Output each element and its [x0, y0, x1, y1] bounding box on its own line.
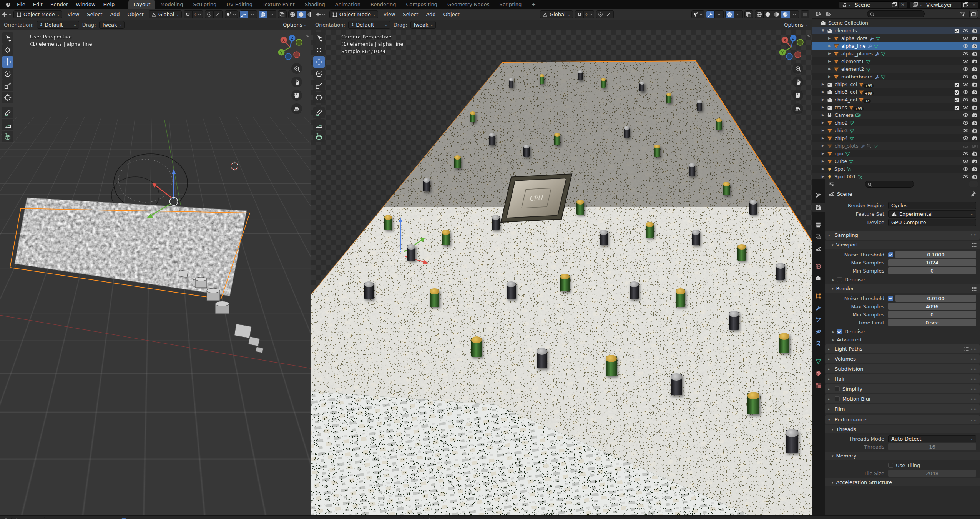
- rotate-tool[interactable]: [313, 68, 325, 80]
- panel-simplify[interactable]: ▸Simplify∷∷: [825, 384, 980, 393]
- noise-threshold-checkbox[interactable]: [888, 296, 893, 301]
- properties-tab-texture[interactable]: [812, 381, 825, 390]
- outliner-row-chio2[interactable]: ▶chio2: [812, 119, 980, 126]
- menu-object[interactable]: Object: [125, 12, 146, 17]
- outliner-row-chip4-col[interactable]: ▶chip4_col+99: [812, 80, 980, 88]
- hide-in-viewport-toggle[interactable]: [963, 73, 968, 80]
- outliner-row-alpha-line[interactable]: ▶alpha_line: [812, 42, 980, 50]
- proportional-editing-toggle[interactable]: [205, 10, 214, 18]
- outliner-row-chio3-col[interactable]: ▶chio3_col+99: [812, 88, 980, 96]
- show-overlays-toggle[interactable]: [725, 10, 734, 18]
- viewlayer-delete-button[interactable]: ✕: [970, 2, 978, 8]
- perspective-toggle-button[interactable]: [792, 103, 803, 114]
- disable-in-renders-toggle[interactable]: [972, 89, 978, 95]
- disclosure-closed-icon[interactable]: ▶: [821, 90, 826, 94]
- visibility-dropdown[interactable]: [691, 10, 704, 18]
- exclude-checkbox[interactable]: [954, 97, 959, 103]
- render-noise-threshold-value[interactable]: 0.0100: [895, 295, 976, 302]
- outliner-row-scene-collection[interactable]: Scene Collection: [812, 19, 980, 27]
- hide-in-viewport-toggle[interactable]: [963, 66, 968, 72]
- outliner-row-chio4-col[interactable]: ▶chio4_col37: [812, 96, 980, 103]
- menu-add[interactable]: Add: [423, 12, 438, 17]
- hide-in-viewport-toggle[interactable]: [963, 173, 968, 179]
- properties-search-input[interactable]: [865, 181, 914, 188]
- hide-in-viewport-toggle[interactable]: [963, 112, 968, 118]
- hide-in-viewport-toggle[interactable]: [963, 81, 968, 87]
- device-dropdown[interactable]: GPU Compute⌄: [888, 219, 976, 226]
- camera-view-button[interactable]: [291, 90, 302, 101]
- add-workspace-button[interactable]: +: [527, 0, 541, 9]
- disable-in-renders-toggle[interactable]: [972, 73, 978, 80]
- snap-to-dropdown[interactable]: ⊹: [584, 10, 594, 18]
- disable-in-renders-toggle[interactable]: [972, 173, 978, 179]
- panel-film[interactable]: ▸Film∷∷: [825, 404, 980, 413]
- disclosure-closed-icon[interactable]: ▶: [821, 175, 826, 178]
- menu-object[interactable]: Object: [441, 12, 462, 17]
- hide-in-viewport-toggle[interactable]: [963, 166, 968, 172]
- properties-tab-object[interactable]: [812, 291, 825, 301]
- move-tool[interactable]: [313, 56, 325, 68]
- xray-toggle[interactable]: [278, 10, 287, 18]
- disable-in-renders-toggle[interactable]: [972, 127, 978, 133]
- properties-options-button[interactable]: ⌄: [969, 181, 978, 187]
- perspective-toggle-button[interactable]: [291, 103, 302, 114]
- measure-tool[interactable]: [313, 119, 325, 130]
- disclosure-closed-icon[interactable]: ▶: [821, 82, 826, 86]
- outliner-row-motherboard[interactable]: ▶motherboard: [812, 73, 980, 80]
- advanced-subpanel[interactable]: ▸Advanced: [832, 336, 980, 343]
- snap-toggle[interactable]: [575, 10, 584, 18]
- sidebar-collapse-arrow[interactable]: <: [807, 33, 811, 38]
- viewlayer-name[interactable]: ViewLayer: [924, 2, 961, 8]
- disable-in-renders-toggle[interactable]: [972, 81, 978, 87]
- properties-tab-world[interactable]: [812, 262, 825, 271]
- viewlayer-copy-button[interactable]: [961, 2, 970, 8]
- panel-sampling[interactable]: ▾Sampling∷∷: [825, 231, 980, 240]
- snap-to-dropdown[interactable]: ⊹: [193, 10, 203, 18]
- overlays-dropdown[interactable]: [267, 10, 276, 18]
- properties-tab-view-layer[interactable]: [812, 232, 825, 241]
- properties-tab-render[interactable]: [812, 203, 825, 212]
- workspace-tab-rendering[interactable]: Rendering: [365, 0, 401, 9]
- scene-selector[interactable]: ⌄ Scene ✕: [839, 1, 907, 8]
- workspace-tab-sculpting[interactable]: Sculpting: [188, 0, 221, 9]
- disclosure-closed-icon[interactable]: ▶: [821, 128, 826, 132]
- disclosure-closed-icon[interactable]: ▶: [827, 59, 832, 63]
- menu-view[interactable]: View: [65, 12, 82, 17]
- disclosure-open-icon[interactable]: ▼: [821, 28, 826, 32]
- editor-type-button[interactable]: [314, 10, 327, 18]
- editor-type-button[interactable]: [2, 10, 11, 18]
- disclosure-closed-icon[interactable]: ▶: [827, 44, 832, 48]
- disable-in-renders-toggle[interactable]: [972, 120, 978, 126]
- move-tool[interactable]: [2, 56, 13, 68]
- hide-in-viewport-toggle[interactable]: [963, 89, 968, 95]
- editor-type-button[interactable]: [814, 10, 822, 18]
- hide-in-viewport-toggle[interactable]: [963, 135, 968, 141]
- exclude-checkbox[interactable]: [954, 82, 959, 87]
- camera-view-button[interactable]: [792, 90, 803, 101]
- shader-menu-node[interactable]: Node: [101, 518, 119, 519]
- use-tiling-checkbox[interactable]: [888, 463, 893, 468]
- viewport-noise-threshold-value[interactable]: 0.1000: [895, 251, 976, 258]
- outliner-row-spot[interactable]: ▶Spot: [812, 165, 980, 173]
- subpanel-viewport[interactable]: ▾Viewport: [825, 241, 980, 249]
- viewport-min-samples-value[interactable]: 0: [888, 267, 976, 274]
- threads-mode-dropdown[interactable]: Auto-Detect⌄: [888, 435, 976, 442]
- outliner-search-input[interactable]: [867, 10, 925, 17]
- properties-tab-collection[interactable]: [812, 274, 825, 283]
- snap-toggle[interactable]: [184, 10, 193, 18]
- disclosure-closed-icon[interactable]: ▶: [827, 52, 832, 55]
- disclosure-closed-icon[interactable]: ▶: [821, 98, 826, 101]
- falloff-dropdown[interactable]: [605, 10, 614, 18]
- hide-in-viewport-toggle[interactable]: [963, 35, 968, 41]
- shader-menu-select[interactable]: Select: [65, 518, 86, 519]
- proportional-editing-toggle[interactable]: [596, 10, 605, 18]
- workspace-tab-compositing[interactable]: Compositing: [401, 0, 442, 9]
- outliner-row-chio3[interactable]: ▶chio3: [812, 126, 980, 134]
- render-denoise-toggle[interactable]: ▸Denoise: [832, 328, 980, 335]
- hide-in-viewport-toggle[interactable]: [963, 43, 968, 49]
- properties-tab-material[interactable]: [812, 369, 825, 378]
- sidebar-collapse-arrow[interactable]: <: [306, 33, 310, 38]
- navigation-gizmo[interactable]: X Y Z: [777, 33, 806, 63]
- outliner-row-alpha-planes[interactable]: ▶alpha_planes: [812, 50, 980, 57]
- menu-select[interactable]: Select: [84, 12, 105, 17]
